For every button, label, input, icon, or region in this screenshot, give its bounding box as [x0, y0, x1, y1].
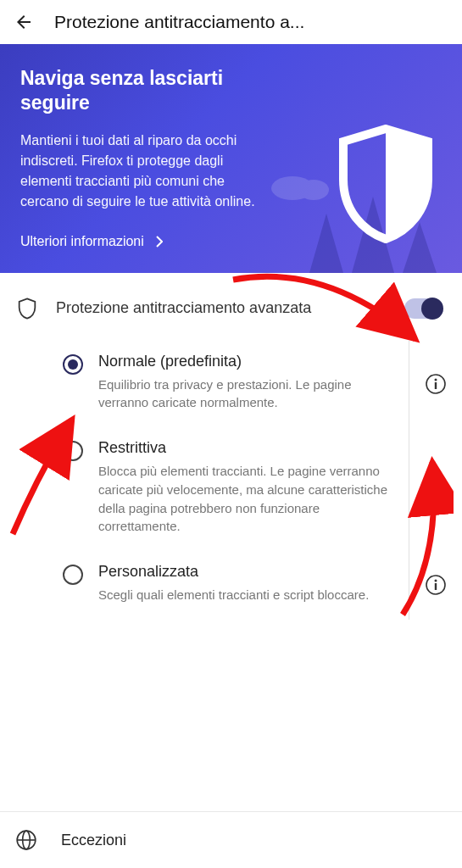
chevron-right-icon — [156, 236, 163, 248]
page-title: Protezione antitracciamento a... — [54, 12, 448, 32]
hero-banner: Naviga senza lasciarti seguire Mantieni … — [0, 44, 462, 273]
exceptions-row[interactable]: Eccezioni — [0, 811, 462, 868]
svg-point-12 — [435, 580, 437, 582]
svg-point-9 — [435, 484, 437, 487]
info-button-normal[interactable] — [425, 373, 447, 395]
option-body: Restrittiva Blocca più elementi traccian… — [98, 439, 447, 536]
back-button[interactable] — [14, 12, 34, 32]
option-description: Scegli quali elementi traccianti e scrip… — [98, 586, 404, 604]
divider — [409, 551, 409, 620]
svg-rect-7 — [435, 382, 437, 389]
option-description: Blocca più elementi traccianti. Le pagin… — [98, 462, 404, 536]
toggle-knob — [421, 298, 443, 320]
option-title: Normale (predefinita) — [98, 353, 404, 370]
divider — [409, 427, 409, 551]
divider — [409, 341, 409, 428]
hero-description: Mantieni i tuoi dati al riparo da occhi … — [20, 131, 258, 212]
option-custom[interactable]: Personalizzata Scegli quali elementi tra… — [63, 551, 462, 620]
shield-icon — [335, 125, 437, 243]
info-button-custom[interactable] — [425, 574, 447, 596]
radio-strict[interactable] — [63, 441, 83, 461]
info-icon — [425, 574, 447, 596]
svg-rect-13 — [435, 583, 437, 590]
option-strict[interactable]: Restrittiva Blocca più elementi traccian… — [63, 427, 462, 551]
globe-icon — [15, 829, 37, 851]
exceptions-label: Eccezioni — [61, 832, 126, 849]
content: Protezione antitracciamento avanzata Nor… — [0, 273, 462, 620]
option-normal[interactable]: Normale (predefinita) Equilibrio tra pri… — [63, 341, 462, 428]
option-title: Personalizzata — [98, 563, 404, 581]
option-body: Personalizzata Scegli quali elementi tra… — [98, 563, 447, 604]
svg-rect-10 — [435, 487, 437, 494]
learn-more-label: Ulteriori informazioni — [20, 234, 144, 249]
header: Protezione antitracciamento a... — [0, 0, 462, 44]
protection-options: Normale (predefinita) Equilibrio tra pri… — [0, 341, 462, 620]
protection-toggle[interactable] — [404, 298, 442, 319]
back-arrow-icon — [14, 12, 34, 32]
radio-custom[interactable] — [63, 565, 83, 585]
option-body: Normale (predefinita) Equilibrio tra pri… — [98, 353, 447, 413]
protection-toggle-label: Protezione antitracciamento avanzata — [56, 298, 387, 318]
info-button-strict[interactable] — [425, 478, 447, 500]
option-description: Equilibrio tra privacy e prestazioni. Le… — [98, 376, 404, 413]
svg-point-6 — [435, 378, 437, 381]
learn-more-link[interactable]: Ulteriori informazioni — [20, 234, 163, 249]
info-icon — [425, 373, 447, 395]
protection-toggle-row: Protezione antitracciamento avanzata — [0, 273, 462, 341]
info-icon — [425, 478, 447, 500]
option-title: Restrittiva — [98, 439, 404, 457]
shield-outline-icon — [15, 297, 39, 320]
radio-normal[interactable] — [63, 354, 83, 375]
hero-title: Naviga senza lasciarti seguire — [20, 66, 292, 115]
